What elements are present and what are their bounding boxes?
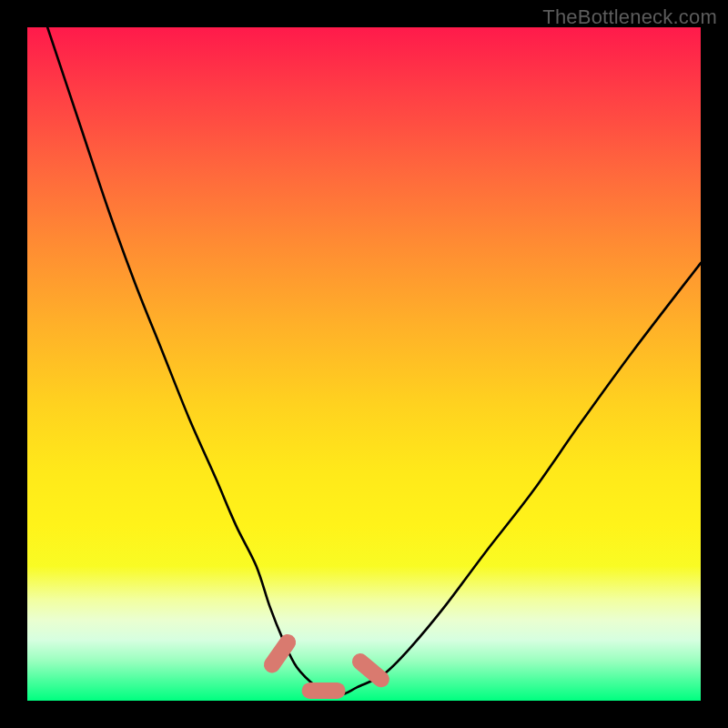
watermark-text: TheBottleneck.com <box>542 5 717 29</box>
marker-pills <box>260 631 392 699</box>
bottleneck-curve <box>47 27 701 695</box>
marker-pill-right <box>349 650 392 691</box>
chart-svg <box>27 27 701 701</box>
chart-frame: TheBottleneck.com <box>0 0 728 728</box>
plot-area <box>27 27 701 701</box>
marker-pill-left <box>260 631 298 676</box>
marker-pill-bottom <box>302 682 346 699</box>
